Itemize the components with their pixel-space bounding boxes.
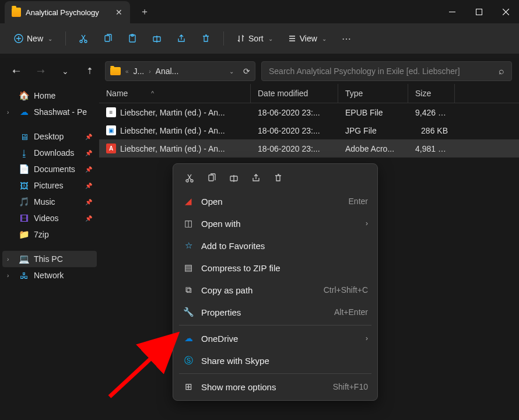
chevron-right-icon[interactable]: › bbox=[7, 256, 14, 262]
skype-icon: Ⓢ bbox=[183, 355, 194, 366]
ctx-properties[interactable]: 🔧PropertiesAlt+Enter bbox=[176, 301, 375, 323]
ctx-favorites[interactable]: ☆Add to Favorites bbox=[176, 235, 375, 257]
ctx-rename-button[interactable] bbox=[223, 169, 244, 187]
sidebar-item-videos[interactable]: 🎞Videos📌 bbox=[2, 210, 97, 226]
context-menu: ◢OpenEnter ◫Open with› ☆Add to Favorites… bbox=[173, 163, 378, 401]
copy-button[interactable] bbox=[97, 28, 118, 49]
chevron-down-icon: ⌄ bbox=[48, 36, 52, 42]
file-row-selected[interactable]: ALiebscher, Martin (ed.) - An... 18-06-2… bbox=[99, 139, 519, 158]
sort-asc-icon: ^ bbox=[151, 90, 154, 97]
svg-point-3 bbox=[80, 40, 82, 43]
file-row[interactable]: ≡Liebscher, Martin (ed.) - An... 18-06-2… bbox=[99, 103, 519, 121]
copy-path-icon: ⧉ bbox=[183, 284, 194, 296]
paste-button[interactable] bbox=[122, 28, 143, 49]
rename-button[interactable] bbox=[146, 28, 167, 49]
minimize-button[interactable] bbox=[439, 0, 465, 23]
ctx-open-with[interactable]: ◫Open with› bbox=[176, 212, 375, 235]
sidebar-item-music[interactable]: 🎵Music📌 bbox=[2, 194, 97, 210]
sort-button[interactable]: Sort ⌄ bbox=[231, 30, 279, 47]
open-with-icon: ◫ bbox=[183, 218, 194, 229]
sidebar-item-label: Videos bbox=[34, 214, 59, 223]
chevron-right-icon[interactable]: › bbox=[7, 109, 14, 116]
chevron-right-icon: › bbox=[149, 68, 150, 75]
maximize-button[interactable] bbox=[465, 0, 492, 23]
up-button[interactable]: 🠑 bbox=[80, 62, 99, 80]
home-icon: 🏠 bbox=[19, 90, 29, 101]
sidebar-item-network[interactable]: ›🖧Network bbox=[2, 267, 97, 284]
more-options-icon: ⊞ bbox=[183, 381, 194, 393]
sidebar-item-downloads[interactable]: ⭳Downloads📌 bbox=[2, 145, 97, 161]
cloud-icon: ☁ bbox=[19, 107, 29, 117]
column-name[interactable]: Name^ bbox=[99, 84, 251, 103]
back-button[interactable]: 🠐 bbox=[7, 62, 26, 80]
new-tab-button[interactable]: ＋ bbox=[135, 2, 155, 22]
cut-button[interactable] bbox=[73, 28, 94, 49]
ctx-cut-button[interactable] bbox=[179, 169, 200, 187]
search-icon[interactable]: ⌕ bbox=[499, 66, 504, 76]
pin-icon: 📌 bbox=[85, 215, 92, 222]
sidebar-item-desktop[interactable]: 🖥Desktop📌 bbox=[2, 128, 97, 145]
close-window-button[interactable] bbox=[492, 0, 519, 23]
ctx-delete-button[interactable] bbox=[268, 169, 289, 187]
ctx-show-more[interactable]: ⊞Show more optionsShift+F10 bbox=[176, 376, 375, 398]
share-button[interactable] bbox=[171, 28, 192, 49]
pdf-icon: ◢ bbox=[183, 195, 194, 207]
ctx-copy-button[interactable] bbox=[201, 169, 222, 187]
view-button[interactable]: View ⌄ bbox=[282, 30, 332, 47]
recent-button[interactable]: ⌄ bbox=[56, 62, 75, 80]
column-size[interactable]: Size bbox=[408, 84, 455, 103]
new-button[interactable]: New ⌄ bbox=[8, 30, 58, 47]
divider bbox=[223, 32, 224, 46]
ctx-share-button[interactable] bbox=[246, 169, 266, 187]
jpg-file-icon: ▣ bbox=[106, 125, 116, 135]
breadcrumb-seg[interactable]: J... bbox=[134, 66, 145, 76]
svg-point-4 bbox=[85, 40, 87, 43]
search-input[interactable] bbox=[269, 66, 499, 76]
chevron-down-icon[interactable]: ⌄ bbox=[229, 68, 234, 75]
sidebar-item-label: Documents bbox=[34, 164, 75, 174]
sidebar: 🏠Home ›☁Shashwat - Pe 🖥Desktop📌 ⭳Downloa… bbox=[0, 84, 99, 420]
file-type: Adobe Acro... bbox=[338, 142, 408, 155]
sidebar-item-label: Desktop bbox=[34, 132, 64, 141]
column-type[interactable]: Type bbox=[338, 84, 408, 103]
window-tab[interactable]: Analytical Psychology ✕ bbox=[5, 1, 130, 23]
folder-icon bbox=[110, 67, 121, 75]
ctx-copy-path[interactable]: ⧉Copy as pathCtrl+Shift+C bbox=[176, 279, 375, 301]
breadcrumb-seg[interactable]: Anal... bbox=[156, 66, 179, 76]
search-box[interactable]: ⌕ bbox=[261, 61, 512, 81]
plus-circle-icon bbox=[14, 34, 23, 43]
sidebar-item-7zip[interactable]: 📁7zip bbox=[2, 226, 97, 243]
sidebar-item-onedrive[interactable]: ›☁Shashwat - Pe bbox=[2, 104, 97, 120]
delete-button[interactable] bbox=[195, 28, 216, 49]
sidebar-item-this-pc[interactable]: ›💻This PC bbox=[2, 251, 97, 267]
folder-icon bbox=[12, 8, 21, 17]
refresh-button[interactable]: ⟳ bbox=[243, 66, 250, 76]
file-name: Liebscher, Martin (ed.) - An... bbox=[120, 144, 225, 153]
more-button[interactable]: ⋯ bbox=[336, 28, 357, 49]
column-headers: Name^ Date modified Type Size bbox=[99, 84, 519, 103]
cloud-icon: ☁ bbox=[183, 332, 194, 344]
chevron-right-icon: › bbox=[366, 334, 368, 342]
file-date: 18-06-2020 23:... bbox=[251, 106, 338, 119]
sidebar-item-home[interactable]: 🏠Home bbox=[2, 88, 97, 104]
pin-icon: 📌 bbox=[85, 183, 92, 189]
forward-button[interactable]: 🠒 bbox=[31, 62, 50, 80]
pin-icon: 📌 bbox=[85, 199, 92, 205]
sidebar-item-pictures[interactable]: 🖼Pictures📌 bbox=[2, 177, 97, 194]
column-date[interactable]: Date modified bbox=[251, 84, 338, 103]
ctx-onedrive[interactable]: ☁OneDrive› bbox=[176, 327, 375, 349]
separator bbox=[179, 325, 371, 326]
file-type: EPUB File bbox=[338, 106, 408, 119]
file-row[interactable]: ▣Liebscher, Martin (ed.) - An... 18-06-2… bbox=[99, 121, 519, 139]
chevron-right-icon[interactable]: › bbox=[7, 272, 14, 279]
chevron-down-icon: ⌄ bbox=[322, 36, 327, 42]
sidebar-item-documents[interactable]: 📄Documents📌 bbox=[2, 161, 97, 177]
address-bar[interactable]: « J... › Anal... ⌄ ⟳ bbox=[105, 61, 255, 81]
breadcrumb-sep: « bbox=[125, 68, 129, 75]
ctx-compress[interactable]: ▤Compress to ZIP file bbox=[176, 257, 375, 279]
desktop-icon: 🖥 bbox=[19, 131, 29, 142]
ctx-skype[interactable]: ⓈShare with Skype bbox=[176, 349, 375, 372]
tab-title: Analytical Psychology bbox=[26, 8, 110, 17]
close-tab-icon[interactable]: ✕ bbox=[115, 8, 123, 16]
ctx-open[interactable]: ◢OpenEnter bbox=[176, 190, 375, 212]
